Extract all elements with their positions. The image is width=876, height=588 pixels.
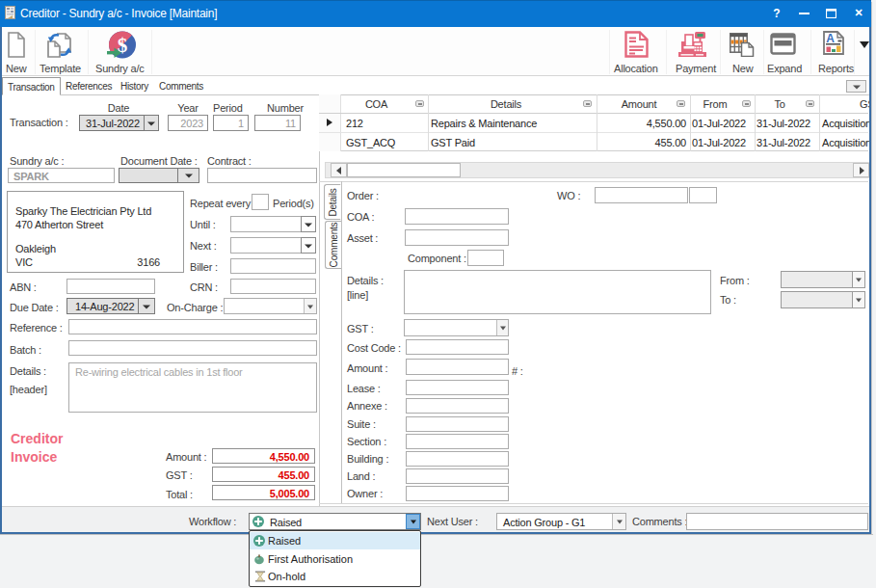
svg-text:A: A — [826, 32, 835, 45]
